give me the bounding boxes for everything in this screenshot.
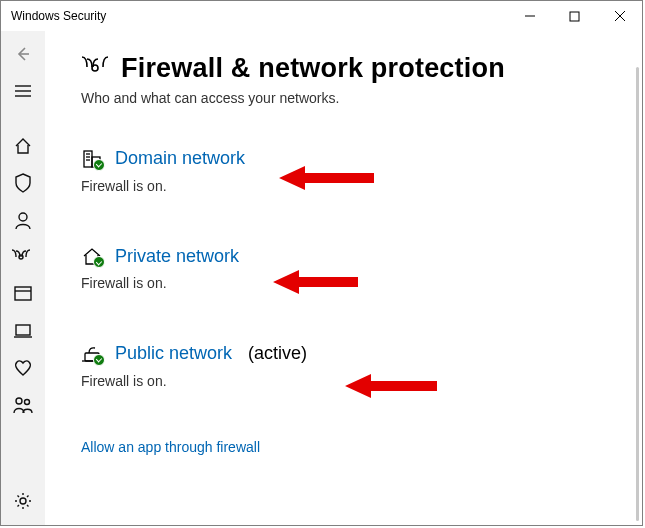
nav-sidebar: [1, 31, 45, 525]
public-network-section: Public network (active) Firewall is on.: [81, 343, 608, 389]
domain-network-icon: [81, 149, 103, 169]
title-bar: Windows Security: [1, 1, 642, 31]
window-root: Windows Security: [0, 0, 643, 526]
svg-rect-12: [16, 325, 30, 335]
window-title: Windows Security: [11, 9, 106, 23]
domain-network-link[interactable]: Domain network: [115, 148, 245, 170]
device-icon: [14, 323, 32, 339]
nav-account-protection[interactable]: [3, 201, 43, 238]
main-content: Firewall & network protection Who and wh…: [45, 31, 642, 525]
app-browser-icon: [14, 286, 32, 302]
family-icon: [13, 396, 33, 414]
window-controls: [507, 1, 642, 31]
person-icon: [14, 211, 32, 229]
nav-device-security[interactable]: [3, 312, 43, 349]
svg-rect-1: [570, 12, 579, 21]
minimize-button[interactable]: [507, 1, 552, 31]
domain-network-section: Domain network Firewall is on.: [81, 148, 608, 194]
back-button[interactable]: [3, 35, 43, 72]
private-network-status: Firewall is on.: [81, 275, 608, 291]
page-title: Firewall & network protection: [121, 53, 505, 84]
scrollbar[interactable]: [636, 67, 639, 521]
nav-settings[interactable]: [3, 482, 43, 519]
nav-family-options[interactable]: [3, 386, 43, 423]
svg-point-17: [92, 65, 98, 71]
close-button[interactable]: [597, 1, 642, 31]
nav-virus-protection[interactable]: [3, 164, 43, 201]
svg-point-9: [19, 255, 23, 259]
hamburger-icon: [14, 84, 32, 98]
public-network-icon: [81, 344, 103, 364]
shield-icon: [15, 173, 31, 193]
public-network-link[interactable]: Public network: [115, 343, 232, 365]
allow-app-link[interactable]: Allow an app through firewall: [81, 439, 260, 455]
private-network-icon: [81, 246, 103, 266]
back-arrow-icon: [14, 45, 32, 63]
nav-app-browser[interactable]: [3, 275, 43, 312]
page-subtitle: Who and what can access your networks.: [81, 90, 608, 106]
firewall-header-icon: [81, 55, 109, 83]
minimize-icon: [524, 10, 536, 22]
svg-point-14: [16, 398, 22, 404]
svg-rect-10: [15, 287, 31, 300]
domain-network-status: Firewall is on.: [81, 178, 608, 194]
home-icon: [14, 137, 32, 155]
private-network-link[interactable]: Private network: [115, 246, 239, 268]
private-network-section: Private network Firewall is on.: [81, 246, 608, 292]
maximize-button[interactable]: [552, 1, 597, 31]
public-network-suffix: (active): [248, 343, 307, 364]
maximize-icon: [569, 11, 580, 22]
svg-point-8: [19, 213, 27, 221]
close-icon: [614, 10, 626, 22]
nav-home[interactable]: [3, 127, 43, 164]
gear-icon: [14, 492, 32, 510]
nav-device-performance[interactable]: [3, 349, 43, 386]
nav-firewall[interactable]: [3, 238, 43, 275]
public-network-status: Firewall is on.: [81, 373, 608, 389]
page-header: Firewall & network protection: [81, 53, 608, 84]
heart-pulse-icon: [13, 359, 33, 377]
svg-point-15: [25, 399, 30, 404]
svg-point-16: [20, 498, 26, 504]
menu-button[interactable]: [3, 72, 43, 109]
firewall-icon: [12, 248, 34, 266]
